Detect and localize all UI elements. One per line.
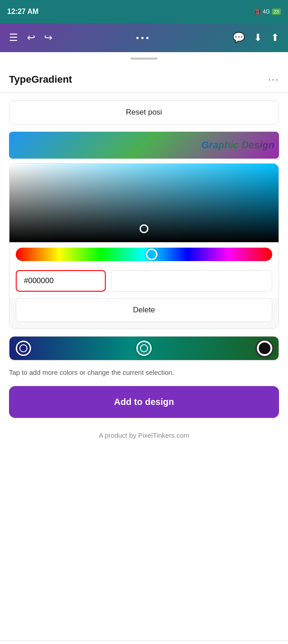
gradient-stop-1[interactable]: [16, 341, 31, 356]
hex-input-row: [9, 266, 279, 298]
header-divider: [0, 93, 288, 93]
toolbar: ☰ ↩ ↪ 💬 ⬇ ⬆: [0, 23, 288, 52]
toolbar-center-dots[interactable]: [136, 37, 148, 39]
hex-secondary-input[interactable]: [111, 270, 272, 292]
download-icon[interactable]: ⬇: [254, 32, 262, 44]
gradient-stop-2[interactable]: [136, 341, 152, 356]
panel-title: TypeGradient: [9, 74, 72, 85]
menu-icon[interactable]: ☰: [9, 32, 18, 44]
footer-text: A product by PixelTinkers.com: [9, 431, 279, 439]
gradient-stop-3[interactable]: [257, 341, 272, 356]
hex-input[interactable]: [24, 276, 98, 285]
hex-input-wrapper: [16, 270, 106, 292]
main-panel: TypeGradient ··· Reset posi Graphic Desi…: [0, 65, 288, 640]
hue-slider-container: [9, 242, 279, 266]
status-icons: 📵 4G 23: [254, 9, 281, 15]
drag-handle-bar: [130, 58, 158, 60]
drag-handle[interactable]: [0, 52, 288, 65]
status-bar: 12:27 AM 📵 4G 23: [0, 0, 288, 23]
hue-cursor[interactable]: [146, 249, 158, 260]
color-picker-container: Delete: [9, 163, 279, 329]
toolbar-left: ☰ ↩ ↪: [9, 32, 52, 44]
panel-header: TypeGradient ···: [9, 65, 279, 93]
status-time: 12:27 AM: [7, 8, 39, 16]
reset-position-button[interactable]: Reset posi: [9, 100, 279, 124]
hint-text: Tap to add more colors or change the cur…: [9, 368, 279, 377]
gradient-stops-bar[interactable]: [9, 336, 279, 360]
signal-icon: 📵: [254, 9, 261, 15]
gradient-stops-container: [9, 336, 279, 360]
bottom-nav: bjects Apps Gradients 〰 wave ma... T Typ…: [0, 640, 288, 644]
add-to-design-button[interactable]: Add to design: [9, 386, 279, 418]
battery-icon: 23: [272, 9, 281, 15]
network-label: 4G: [263, 9, 270, 15]
undo-icon[interactable]: ↩: [27, 32, 35, 44]
preview-area: Graphic Design: [9, 132, 279, 159]
share-icon[interactable]: ⬆: [271, 32, 279, 44]
color-gradient-cursor[interactable]: [140, 224, 148, 233]
preview-text: Graphic Design: [201, 139, 274, 151]
hue-slider[interactable]: [16, 248, 272, 261]
delete-button[interactable]: Delete: [16, 298, 272, 322]
toolbar-right: 💬 ⬇ ⬆: [233, 32, 279, 44]
redo-icon[interactable]: ↪: [44, 32, 52, 44]
color-gradient-canvas[interactable]: [9, 164, 279, 242]
comment-icon[interactable]: 💬: [233, 32, 245, 44]
panel-menu-button[interactable]: ···: [268, 74, 279, 85]
